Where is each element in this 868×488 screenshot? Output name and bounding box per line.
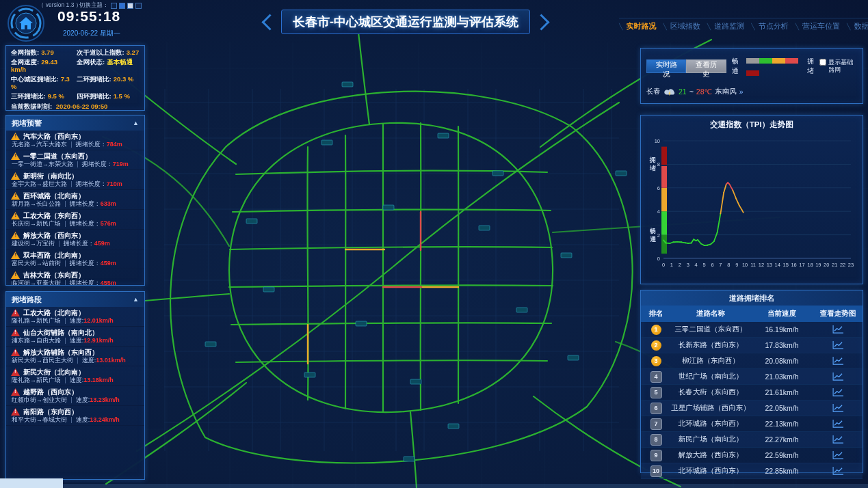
- show-base-network-label: 显示基础路网: [828, 59, 857, 74]
- ranking-row[interactable]: 1三零二国道（东向西）16.19km/h: [641, 322, 863, 338]
- ranking-road: 长春大街（东向西）: [671, 388, 750, 397]
- nav-item-2[interactable]: 区域指数: [663, 21, 700, 31]
- ranking-trend-cell: [813, 372, 863, 382]
- svg-text:拥: 拥: [649, 157, 656, 163]
- collapse-icon[interactable]: ▲: [133, 120, 139, 126]
- warning-item[interactable]: !一零二国道（东向西）一零一街道→东荣大路｜拥堵长度：719m: [6, 150, 144, 170]
- warning-triangle-icon: !: [11, 152, 20, 160]
- congested-panel-title: 拥堵路段: [12, 295, 42, 305]
- road-name: 汽车大路（西向东）: [23, 133, 85, 140]
- congested-item[interactable]: !新民大街（北向南）隆礼路→新民广场｜速度:13.18km/h: [6, 366, 144, 386]
- road-name: 双丰西路（北向南）: [23, 252, 85, 259]
- warning-panel-header: 拥堵预警 ▲: [6, 116, 144, 131]
- rank-cell: 7: [641, 418, 671, 430]
- svg-text:22: 22: [840, 262, 845, 268]
- nav-item-3[interactable]: 道路监测: [707, 21, 744, 31]
- svg-text:4: 4: [695, 262, 698, 268]
- congestion-warning-panel: 拥堵预警 ▲ !汽车大路（西向东）无名路→汽车大路东｜拥堵长度：784m!一零二…: [5, 115, 145, 286]
- legend-label-smooth: 畅通: [732, 57, 744, 76]
- weather-row[interactable]: 长春 21~28℃ 东南风 »: [646, 87, 857, 96]
- warning-item[interactable]: !新明街（南向北）金宇大路→盛世大路｜拥堵长度：710m: [6, 170, 144, 190]
- svg-text:17: 17: [799, 262, 804, 268]
- theme-swatch[interactable]: [127, 3, 133, 9]
- theme-swatch[interactable]: [135, 3, 142, 9]
- congested-item[interactable]: !越野路（西向东）红领巾街→创业大街｜速度:13.23km/h: [6, 386, 144, 406]
- svg-text:23: 23: [848, 262, 854, 268]
- stat-cell: 全网速度:29.43 km/h: [11, 59, 74, 74]
- warning-triangle-icon: !: [11, 309, 20, 316]
- warning-item[interactable]: !双丰西路（北向南）富民大街→站前街｜拥堵长度：459m: [6, 249, 144, 269]
- ranking-trend-cell: [813, 325, 863, 335]
- nav-item-6[interactable]: 数据查询: [847, 21, 868, 31]
- separator: ｜: [75, 161, 81, 167]
- ranking-row[interactable]: 8新民广场（南向北）22.27km/h: [641, 432, 863, 448]
- ranking-road: 柳江路（东向西）: [671, 356, 750, 366]
- ranking-road: 新民广场（南向北）: [671, 435, 750, 444]
- ranking-trend-cell: [813, 466, 863, 476]
- stat-cell: 全网指数:3.79: [11, 49, 74, 57]
- ranking-row[interactable]: 2长新东路（西向东）17.83km/h: [641, 338, 863, 353]
- view-history-button[interactable]: 查看历史: [686, 59, 726, 73]
- warning-panel-title: 拥堵预警: [12, 118, 42, 128]
- warning-item[interactable]: !汽车大路（西向东）无名路→汽车大路东｜拥堵长度：784m: [6, 131, 144, 150]
- collapse-icon[interactable]: ▲: [133, 296, 139, 303]
- road-segment: 无名路→汽车大路东: [12, 141, 67, 148]
- weather-more-arrow[interactable]: »: [739, 87, 744, 96]
- road-name: 越野路（西向东）: [23, 388, 78, 396]
- trend-chart-icon[interactable]: [832, 419, 844, 428]
- ranking-row[interactable]: 9解放大路（西向东）22.59km/h: [641, 448, 863, 463]
- warning-item[interactable]: !吉林大路（东向西）临河街→亚泰大街｜拥堵长度：455m: [6, 269, 144, 285]
- ranking-row[interactable]: 7北环城路（东向西）22.13km/h: [641, 416, 863, 432]
- road-name: 一零二国道（东向西）: [23, 152, 92, 160]
- metric-value: 13.24km/h: [90, 416, 120, 423]
- tpi-chart-svg: 0246810012345678910111213141516171819202…: [643, 130, 860, 283]
- stat-label: 全网状态:: [77, 58, 105, 66]
- road-name: 解放大路（西向东）: [23, 232, 85, 239]
- separator: ｜: [75, 357, 81, 364]
- warning-item[interactable]: !西环城路（北向南）新月路→长白公路｜拥堵长度：633m: [6, 190, 144, 210]
- trend-chart-icon[interactable]: [832, 435, 844, 444]
- svg-text:15: 15: [783, 262, 789, 268]
- separator: ｜: [62, 377, 68, 383]
- metric-value: 576m: [101, 220, 116, 227]
- svg-text:1: 1: [670, 262, 673, 268]
- nav-item-4[interactable]: 节点分析: [751, 21, 788, 31]
- ranking-row[interactable]: 4世纪广场（南向北）21.03km/h: [641, 369, 863, 385]
- ranking-row[interactable]: 10北环城路（西向东）22.85km/h: [641, 463, 863, 479]
- show-base-network-checkbox[interactable]: [819, 59, 826, 66]
- warning-triangle-icon: !: [11, 252, 20, 259]
- separator: ｜: [62, 220, 68, 227]
- congested-item[interactable]: !解放大路辅路（东向西）新民大街→西民主大街｜速度:13.01km/h: [6, 347, 144, 366]
- trend-chart-icon[interactable]: [832, 466, 844, 475]
- metric-label: 速度:: [82, 357, 96, 364]
- realtime-traffic-button[interactable]: 实时路况: [646, 59, 686, 73]
- condition-toolbar: 实时路况 查看历史 畅通 拥堵 显示基础路网: [646, 54, 857, 79]
- congested-item[interactable]: !仙台大街辅路（南向北）浦东路→自由大路｜速度:12.91km/h: [6, 327, 144, 347]
- trend-chart-icon[interactable]: [832, 325, 844, 334]
- ranking-road: 三零二国道（东向西）: [671, 325, 750, 334]
- trend-chart-icon[interactable]: [832, 403, 844, 412]
- ranking-column-header: 当前速度: [750, 309, 813, 318]
- ranking-speed: 22.05km/h: [750, 404, 813, 412]
- nav-item-1[interactable]: 实时路况: [619, 21, 656, 31]
- warning-item[interactable]: !工农大路（东向西）长庆街→新民广场｜拥堵长度：576m: [6, 210, 144, 230]
- trend-chart-icon[interactable]: [832, 388, 844, 396]
- ranking-row[interactable]: 6卫星广场辅路（西向东）22.05km/h: [641, 401, 863, 416]
- warning-item[interactable]: !解放大路（西向东）建设街→万宝街｜拥堵长度：459m: [6, 230, 144, 249]
- trend-chart-icon[interactable]: [832, 450, 844, 459]
- warning-triangle-icon: !: [11, 368, 20, 376]
- trend-chart-icon[interactable]: [832, 340, 844, 349]
- trend-chart-icon[interactable]: [832, 356, 844, 365]
- home-logo[interactable]: [7, 4, 45, 42]
- nav-item-5[interactable]: 营运车位置: [795, 21, 840, 31]
- show-base-network-toggle[interactable]: 显示基础路网: [819, 59, 857, 74]
- bottom-left-box: [0, 478, 63, 488]
- ranking-row[interactable]: 3柳江路（东向西）20.08km/h: [641, 353, 863, 369]
- svg-text:6: 6: [711, 262, 713, 268]
- svg-text:5: 5: [702, 262, 705, 268]
- trend-chart-icon[interactable]: [832, 372, 844, 381]
- congested-item[interactable]: !工农大路（北向南）隆礼路→新民广场｜速度:12.01km/h: [6, 307, 144, 327]
- ranking-row[interactable]: 5长春大街（东向西）21.61km/h: [641, 385, 863, 401]
- rank-cell: 5: [641, 387, 671, 398]
- congested-item[interactable]: !南阳路（东向西）和平大街→春城大街｜速度:13.24km/h: [6, 406, 144, 426]
